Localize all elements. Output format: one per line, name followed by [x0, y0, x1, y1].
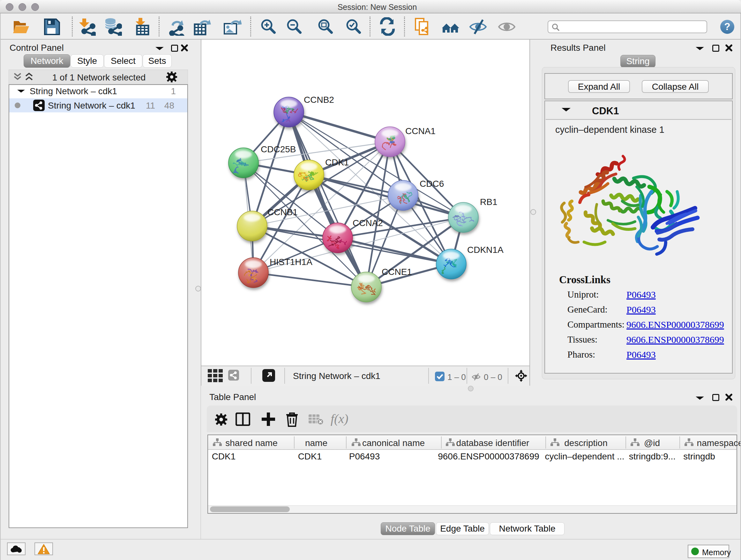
svg-text:CCNA2: CCNA2	[353, 218, 383, 228]
svg-text:CCNB1: CCNB1	[267, 207, 298, 217]
svg-text:CCNB2: CCNB2	[304, 95, 334, 105]
svg-text:CDKN1A: CDKN1A	[467, 245, 503, 255]
svg-text:RB1: RB1	[480, 197, 497, 207]
svg-text:HIST1H1A: HIST1H1A	[270, 257, 313, 267]
svg-text:CDK1: CDK1	[325, 158, 349, 167]
svg-text:CCNE1: CCNE1	[382, 267, 412, 277]
svg-text:CDC6: CDC6	[420, 179, 444, 189]
svg-text:CDC25B: CDC25B	[261, 144, 296, 154]
svg-text:CCNA1: CCNA1	[405, 126, 435, 136]
